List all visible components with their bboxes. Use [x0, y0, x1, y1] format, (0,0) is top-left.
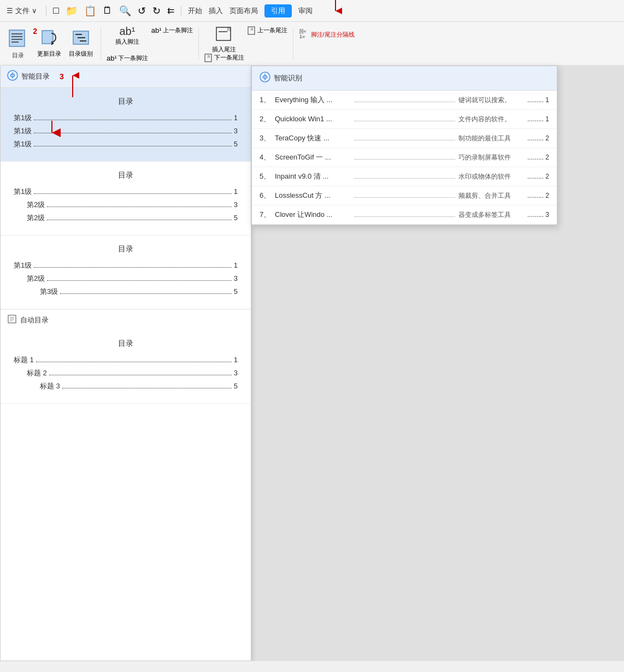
smart-item-7-pages: ......... 3	[527, 211, 549, 219]
smart-item-2-title: Quicklook Win1 ...	[275, 115, 351, 123]
above-footnote-button[interactable]: ab¹ 上一条脚注	[151, 26, 193, 34]
file-label[interactable]: 文件	[15, 6, 30, 16]
search-icon[interactable]: 🔍	[119, 5, 131, 17]
toc-block-3[interactable]: 目录 第1级 1 第2级 3 第3级 5	[1, 235, 251, 309]
smart-item-5-dots	[355, 178, 455, 179]
smart-item-1[interactable]: 1、 Everything 输入 ... 键词就可以搜索。 ......... …	[252, 91, 557, 110]
smart-item-4[interactable]: 4、 ScreenToGif 一 ... 巧的录制屏幕软件 ......... …	[252, 148, 557, 167]
menu-button[interactable]: ☰ 文件 ∨	[4, 5, 39, 17]
smart-popup-label: 智能识别	[274, 73, 302, 83]
toc-dots-3-2	[47, 280, 232, 281]
annotation-3-label: 3	[60, 72, 64, 81]
smart-item-1-dots	[355, 102, 455, 102]
annotation-2-label: 2	[33, 27, 37, 36]
smart-item-2-num: 2、	[260, 114, 275, 124]
auto-toc-page-3: 5	[234, 382, 238, 390]
smart-item-3[interactable]: 3、 TeraCopy 快速 ... 制功能的最佳工具 ......... 2	[252, 129, 557, 148]
smart-item-6-desc: 频裁剪、合并工具	[458, 191, 524, 201]
paste-icon[interactable]: 🗒	[103, 5, 113, 16]
update-toc-button[interactable]: 更新目录	[35, 28, 63, 59]
auto-toc-page-2: 3	[234, 369, 238, 377]
toc-block-2-title: 目录	[14, 170, 238, 180]
auto-toc-block-title: 目录	[14, 339, 238, 349]
toc-label: 目录	[12, 51, 24, 60]
smart-item-2[interactable]: 2、 Quicklook Win1 ... 文件内容的软件。 .........…	[252, 110, 557, 129]
endnote-group[interactable]: [i] 插入尾注 [i] 下一条尾注	[204, 25, 244, 62]
toc-page-1-1: 1	[234, 114, 238, 122]
toolbar-top: ☰ 文件 ∨ □ 📁 📋 🗒 🔍 ↺ ↻ ⇇ 开始 插入 页面布局 引用 审阅 …	[0, 0, 624, 22]
svg-text:[i]: [i]	[227, 26, 231, 31]
smart-item-1-desc: 键词就可以搜索。	[458, 96, 524, 105]
toc-entry-3-3: 第3级 5	[14, 287, 238, 297]
smart-item-5-pages: ......... 2	[527, 173, 549, 180]
above-footnote-label: 上一条脚注	[163, 26, 193, 34]
auto-toc-entry-1: 标题 1 1	[14, 355, 238, 365]
below-endnote-icon: [i]	[204, 54, 213, 62]
svg-text:[i]: [i]	[251, 27, 254, 31]
toc-block-1[interactable]: 目录 第1级 1 第1级 3	[1, 88, 251, 162]
above-endnote-icon: [i]	[248, 26, 256, 35]
auto-toc-header: 自动目录	[1, 309, 251, 330]
smart-item-1-num: 1、	[260, 95, 275, 105]
undo-icon[interactable]: ↺	[138, 5, 146, 17]
insert-footnote-group[interactable]: ab¹ 插入脚注 ab¹ 下一条脚注	[107, 25, 148, 62]
toc-dropdown[interactable]: 智能目录 3 目录 第1级 1	[0, 66, 251, 661]
above-endnote-group[interactable]: [i] 上一条尾注	[248, 25, 287, 62]
smart-recognition-popup[interactable]: 智能识别 1、 Everything 输入 ... 键词就可以搜索。 .....…	[251, 66, 557, 225]
toc-label-3-2: 第2级	[27, 274, 45, 284]
insert-endnote-button[interactable]: [i] 插入尾注	[204, 25, 244, 54]
toc-icon	[8, 28, 28, 51]
insert-footnote-button[interactable]: ab¹ 插入脚注	[107, 25, 148, 46]
smart-item-7[interactable]: 7、 Clover 让Windo ... 器变成多标签工具 ......... …	[252, 205, 557, 225]
smart-item-6[interactable]: 6、 LosslessCut 方 ... 频裁剪、合并工具 ......... …	[252, 186, 557, 205]
smart-item-4-title: ScreenToGif 一 ...	[275, 152, 351, 162]
auto-toc-page-1: 1	[234, 356, 238, 364]
update-toc-label: 更新目录	[37, 50, 61, 58]
below-endnote-button[interactable]: [i] 下一条尾注	[204, 54, 244, 62]
new-doc-icon[interactable]: □	[53, 5, 59, 16]
toc-block-3-title: 目录	[14, 244, 238, 254]
auto-toc-label-1: 标题 1	[14, 355, 34, 365]
review-tab[interactable]: 审阅	[298, 6, 313, 16]
copy-icon[interactable]: 📋	[84, 5, 96, 17]
fn-sep-group[interactable]: [i]= 1= 脚注/尾注分隔线	[299, 25, 355, 62]
smart-item-2-dots	[355, 121, 455, 121]
smart-item-4-pages: ......... 2	[527, 154, 549, 161]
fn-sep-icon: [i]= 1=	[299, 26, 310, 43]
toc-page-2-2: 3	[234, 201, 238, 209]
auto-toc-dots-1	[36, 362, 232, 362]
smart-item-3-desc: 制功能的最佳工具	[458, 134, 524, 143]
redo-icon[interactable]: ↻	[152, 5, 161, 17]
toc-arrow	[41, 121, 63, 137]
redo2-icon[interactable]: ⇇	[167, 5, 174, 16]
toolbar-sep-2	[181, 5, 181, 16]
fn-sep-button[interactable]: [i]= 1= 脚注/尾注分隔线	[299, 26, 355, 43]
auto-toc-block[interactable]: 目录 标题 1 1 标题 2 3 标题 3 5	[1, 330, 251, 404]
toc-entry-3-2: 第2级 3	[14, 274, 238, 284]
smart-item-7-desc: 器变成多标签工具	[458, 210, 524, 220]
toc-level-icon	[72, 29, 90, 50]
toc-block-2[interactable]: 目录 第1级 1 第2级 3 第2级 5	[1, 162, 251, 235]
toc-dots-2-1	[34, 193, 232, 194]
above-endnote-button[interactable]: [i] 上一条尾注	[248, 26, 287, 35]
start-tab[interactable]: 开始	[188, 6, 202, 16]
reference-tab[interactable]: 引用	[264, 4, 292, 17]
toc-level-button[interactable]: 目录级别	[67, 28, 95, 59]
smart-item-1-pages: ......... 1	[527, 96, 549, 104]
open-doc-icon[interactable]: 📁	[66, 5, 78, 17]
toc-label-1-3: 第1级	[14, 139, 32, 149]
above-footnote-group[interactable]: ab¹ 上一条脚注	[151, 25, 193, 62]
smart-item-2-desc: 文件内容的软件。	[458, 115, 524, 124]
toc-button[interactable]: 目录 2	[4, 27, 32, 61]
toc-label-1-1: 第1级	[14, 113, 32, 123]
smart-item-5-desc: 水印或物体的软件	[458, 172, 524, 181]
page-layout-tab[interactable]: 页面布局	[229, 6, 258, 16]
toc-label-1-2: 第1级	[14, 126, 32, 136]
insert-tab[interactable]: 插入	[209, 6, 223, 16]
below-footnote-button[interactable]: ab¹ 下一条脚注	[107, 54, 148, 62]
smart-item-5[interactable]: 5、 Inpaint v9.0 清 ... 水印或物体的软件 .........…	[252, 167, 557, 186]
file-dropdown-arrow: ∨	[32, 7, 37, 15]
smart-toc-header: 智能目录 3	[1, 66, 251, 88]
svg-rect-1	[9, 30, 25, 46]
smart-item-7-dots	[355, 216, 455, 217]
